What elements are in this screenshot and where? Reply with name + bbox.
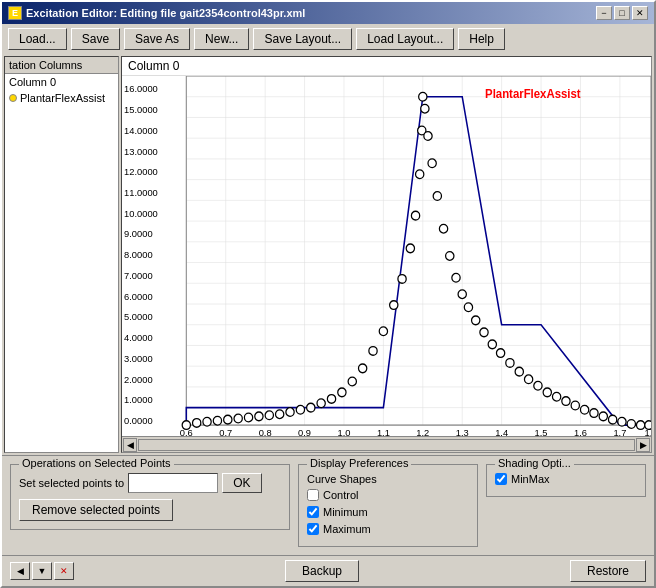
svg-point-84 [398, 275, 406, 284]
sidebar-item-plantarflex[interactable]: PlantarFlexAssist [5, 90, 118, 106]
toolbar: Load... Save Save As New... Save Layout.… [2, 24, 654, 54]
set-points-input[interactable] [128, 473, 218, 493]
footer-bar: ◀ ▼ ✕ Backup Restore [2, 555, 654, 586]
remove-row: Remove selected points [19, 499, 281, 521]
svg-point-92 [428, 159, 436, 168]
minimum-checkbox-row: Minimum [307, 506, 469, 518]
svg-point-111 [580, 405, 588, 414]
svg-point-102 [496, 349, 504, 358]
svg-point-105 [524, 375, 532, 384]
remove-selected-button[interactable]: Remove selected points [19, 499, 173, 521]
control-checkbox-row: Control [307, 489, 469, 501]
svg-text:1.0: 1.0 [337, 427, 350, 436]
svg-point-81 [369, 347, 377, 356]
svg-point-103 [506, 359, 514, 368]
maximum-checkbox-row: Maximum [307, 523, 469, 535]
svg-text:2.0000: 2.0000 [124, 373, 153, 384]
svg-point-64 [193, 419, 201, 428]
scroll-right-btn[interactable]: ▶ [636, 438, 650, 452]
svg-point-69 [244, 413, 252, 422]
svg-point-93 [433, 192, 441, 201]
sidebar-item-column0[interactable]: Column 0 [5, 74, 118, 90]
minmax-checkbox[interactable] [495, 473, 507, 485]
svg-point-66 [213, 416, 221, 425]
save-as-button[interactable]: Save As [124, 28, 190, 50]
save-layout-button[interactable]: Save Layout... [253, 28, 352, 50]
nav-close-button[interactable]: ✕ [54, 562, 74, 580]
operations-title: Operations on Selected Points [19, 457, 174, 469]
ok-button[interactable]: OK [222, 473, 261, 493]
control-checkbox[interactable] [307, 489, 319, 501]
plantarflex-label: PlantarFlexAssist [20, 92, 105, 104]
svg-text:6.0000: 6.0000 [124, 290, 153, 301]
svg-text:3.0000: 3.0000 [124, 353, 153, 364]
minimize-button[interactable]: − [596, 6, 612, 20]
nav-down-button[interactable]: ▼ [32, 562, 52, 580]
restore-button[interactable]: Restore [570, 560, 646, 582]
svg-point-70 [255, 412, 263, 421]
svg-point-80 [358, 364, 366, 373]
svg-point-99 [472, 316, 480, 325]
help-button[interactable]: Help [458, 28, 505, 50]
close-button[interactable]: ✕ [632, 6, 648, 20]
bottom-panel: Operations on Selected Points Set select… [2, 455, 654, 555]
minmax-checkbox-row: MinMax [495, 473, 637, 485]
svg-point-100 [480, 328, 488, 337]
svg-text:1.6: 1.6 [574, 427, 587, 436]
svg-point-110 [571, 401, 579, 410]
svg-point-115 [618, 417, 626, 426]
svg-text:1.1: 1.1 [377, 427, 390, 436]
svg-text:1.7: 1.7 [613, 427, 626, 436]
svg-point-65 [203, 417, 211, 426]
svg-point-77 [327, 395, 335, 404]
chart-scrollbar[interactable]: ◀ ▶ [122, 436, 651, 452]
column0-label: Column 0 [9, 76, 56, 88]
operations-group: Operations on Selected Points Set select… [10, 464, 290, 530]
sidebar-header: tation Columns [5, 57, 118, 74]
chart-header: Column 0 [122, 57, 651, 76]
minimum-checkbox[interactable] [307, 506, 319, 518]
scroll-left-btn[interactable]: ◀ [123, 438, 137, 452]
svg-point-86 [411, 211, 419, 220]
svg-text:5.0000: 5.0000 [124, 311, 153, 322]
load-layout-button[interactable]: Load Layout... [356, 28, 454, 50]
load-button[interactable]: Load... [8, 28, 67, 50]
svg-point-63 [182, 421, 190, 430]
new-button[interactable]: New... [194, 28, 249, 50]
svg-text:8.0000: 8.0000 [124, 249, 153, 260]
window-title: Excitation Editor: Editing file gait2354… [26, 7, 305, 19]
svg-point-91 [424, 132, 432, 141]
maximum-checkbox[interactable] [307, 523, 319, 535]
svg-text:0.8: 0.8 [259, 427, 272, 436]
svg-point-109 [562, 397, 570, 406]
display-title: Display Preferences [307, 457, 411, 469]
display-group: Display Preferences Curve Shapes Control… [298, 464, 478, 547]
svg-point-112 [590, 409, 598, 418]
curve-checkboxes: Control Minimum Maximum [307, 489, 469, 538]
svg-point-94 [439, 224, 447, 233]
save-button[interactable]: Save [71, 28, 120, 50]
svg-point-79 [348, 377, 356, 386]
svg-text:0.7: 0.7 [219, 427, 232, 436]
plantarflex-dot [9, 94, 17, 102]
svg-point-107 [543, 388, 551, 397]
nav-left-button[interactable]: ◀ [10, 562, 30, 580]
sidebar: tation Columns Column 0 PlantarFlexAssis… [4, 56, 119, 453]
svg-point-82 [379, 327, 387, 336]
backup-button[interactable]: Backup [285, 560, 359, 582]
svg-text:16.0000: 16.0000 [124, 83, 158, 94]
svg-text:12.0000: 12.0000 [124, 166, 158, 177]
svg-point-67 [224, 415, 232, 424]
svg-point-114 [608, 415, 616, 424]
app-icon: E [8, 6, 22, 20]
svg-text:1.5: 1.5 [535, 427, 548, 436]
main-area: tation Columns Column 0 PlantarFlexAssis… [2, 54, 654, 455]
svg-text:13.0000: 13.0000 [124, 145, 158, 156]
svg-point-71 [265, 411, 273, 420]
svg-point-76 [317, 399, 325, 408]
chart-area[interactable]: 16.0000 15.0000 14.0000 13.0000 12.0000 … [122, 76, 651, 436]
svg-point-74 [296, 405, 304, 414]
svg-text:9.0000: 9.0000 [124, 228, 153, 239]
svg-point-72 [276, 410, 284, 419]
maximize-button[interactable]: □ [614, 6, 630, 20]
